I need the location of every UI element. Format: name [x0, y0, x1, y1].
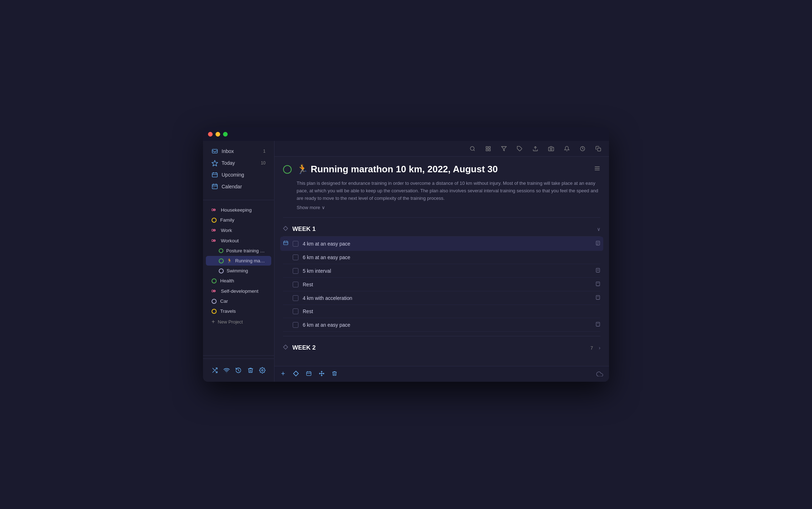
task-checkbox[interactable] [293, 254, 298, 260]
sidebar-item-swimming[interactable]: Swimming [206, 266, 271, 276]
svg-rect-42 [596, 322, 600, 326]
task-checkbox[interactable] [293, 295, 298, 301]
week-2-header[interactable]: WEEK 2 7 › [283, 341, 600, 355]
calendar-footer-icon[interactable] [306, 371, 312, 378]
task-row[interactable]: 5 km interval [283, 264, 600, 278]
gear-icon[interactable] [257, 365, 268, 376]
task-checkbox[interactable] [293, 268, 298, 274]
trash-icon[interactable] [245, 365, 256, 376]
week-2-section: WEEK 2 7 › [283, 341, 600, 355]
task-row[interactable]: 6 km at an easy pace [283, 251, 600, 264]
task-text: 4 km at an easy pace [303, 241, 591, 247]
upload-toolbar-icon[interactable] [530, 144, 540, 154]
week-1-header[interactable]: WEEK 1 ∨ [283, 222, 600, 236]
copy-toolbar-icon[interactable] [593, 144, 603, 154]
task-title: 🏃 Running marathon 10 km, 2022, August 3… [297, 164, 589, 175]
calendar-icon [212, 183, 218, 190]
camera-toolbar-icon[interactable] [546, 144, 556, 154]
task-menu-icon[interactable] [594, 165, 600, 173]
content-area: 🏃 Running marathon 10 km, 2022, August 3… [274, 157, 609, 366]
move-icon[interactable] [319, 371, 325, 378]
filter-toolbar-icon[interactable] [499, 144, 509, 154]
wifi-icon[interactable] [221, 365, 232, 376]
task-notes-icon [595, 295, 600, 301]
section-icon[interactable] [293, 371, 299, 378]
travels-dot [212, 309, 217, 314]
close-button[interactable] [208, 132, 213, 137]
upcoming-label: Upcoming [222, 172, 266, 178]
calendar-label: Calendar [222, 184, 266, 189]
sidebar-item-self-dev[interactable]: Self-development [206, 286, 271, 296]
star-icon [212, 160, 218, 166]
running-label: Running marathon 10 [235, 258, 266, 263]
sidebar-item-posture[interactable]: Posture training course 2… [206, 246, 271, 256]
week-1-chevron-icon: ∨ [597, 226, 600, 232]
svg-rect-0 [212, 149, 217, 153]
svg-rect-23 [598, 148, 601, 151]
task-row[interactable]: Rest [283, 278, 600, 291]
svg-rect-40 [596, 296, 600, 300]
sidebar-item-housekeeping[interactable]: Housekeeping [206, 205, 271, 215]
sidebar-item-calendar[interactable]: Calendar [206, 181, 271, 192]
sidebar-bottom [203, 359, 274, 382]
sidebar-item-today[interactable]: Today 10 [206, 157, 271, 169]
task-checkbox[interactable] [293, 241, 298, 247]
app-body: Inbox 1 Today 10 [203, 141, 609, 382]
sidebar-top-nav: Inbox 1 Today 10 [203, 141, 274, 197]
toolbar [274, 141, 609, 157]
sidebar-item-car[interactable]: Car [206, 296, 271, 306]
svg-point-10 [213, 187, 214, 188]
tag-toolbar-icon[interactable] [515, 144, 525, 154]
task-row[interactable]: 6 km at an easy pace [283, 318, 600, 332]
task-status-circle[interactable] [283, 165, 292, 174]
maximize-button[interactable] [223, 132, 228, 137]
sidebar-item-inbox[interactable]: Inbox 1 [206, 145, 271, 157]
task-row[interactable]: Rest [283, 305, 600, 318]
main-content: 🏃 Running marathon 10 km, 2022, August 3… [274, 141, 609, 382]
new-project-button[interactable]: + New Project [203, 316, 274, 327]
task-text: 5 km interval [303, 268, 591, 274]
show-more-label: Show more [297, 205, 320, 210]
sidebar-item-upcoming[interactable]: Upcoming [206, 169, 271, 181]
workout-dot [212, 238, 217, 243]
week-1-section: WEEK 1 ∨ [283, 222, 600, 332]
sidebar-item-travels[interactable]: Travels [206, 306, 271, 316]
svg-rect-27 [284, 241, 288, 245]
minimize-button[interactable] [216, 132, 220, 137]
show-more-button[interactable]: Show more ∨ [283, 205, 600, 210]
grid-toolbar-icon[interactable] [483, 144, 493, 154]
sidebar-item-running[interactable]: 🏃 Running marathon 10 [206, 256, 271, 266]
svg-rect-2 [212, 173, 217, 177]
sidebar-item-workout[interactable]: Workout [206, 236, 271, 246]
inbox-label: Inbox [222, 148, 259, 154]
svg-marker-18 [501, 147, 506, 151]
sidebar-item-family[interactable]: Family [206, 215, 271, 225]
history-icon[interactable] [233, 365, 244, 376]
task-checkbox[interactable] [293, 322, 298, 328]
task-checkbox[interactable] [293, 282, 298, 287]
sidebar-item-work[interactable]: Work [206, 225, 271, 235]
task-row[interactable]: 4 km with acceleration [283, 291, 600, 305]
svg-marker-1 [212, 160, 218, 166]
week-2-title: WEEK 2 [292, 344, 586, 351]
week-2-chevron-icon: › [599, 345, 600, 351]
sidebar-item-health[interactable]: Health [206, 276, 271, 286]
week-1-tasks: 4 km at an easy pace [283, 236, 600, 332]
task-row[interactable]: 4 km at an easy pace [280, 237, 603, 251]
family-label: Family [220, 217, 234, 223]
sidebar-bottom-icons [203, 362, 274, 378]
task-checkbox[interactable] [293, 308, 298, 314]
app-window: Inbox 1 Today 10 [203, 127, 609, 382]
add-task-icon[interactable] [280, 371, 286, 378]
week-2-count: 7 [590, 345, 593, 351]
car-dot [212, 299, 217, 304]
inbox-icon [212, 148, 218, 154]
chevron-down-icon: ∨ [322, 205, 325, 210]
shuffle-icon[interactable] [209, 365, 221, 376]
bell-toolbar-icon[interactable] [562, 144, 572, 154]
search-toolbar-icon[interactable] [467, 144, 477, 154]
timer-toolbar-icon[interactable] [578, 144, 588, 154]
swimming-dot [219, 268, 224, 273]
svg-rect-15 [489, 147, 490, 148]
delete-icon[interactable] [332, 371, 337, 378]
